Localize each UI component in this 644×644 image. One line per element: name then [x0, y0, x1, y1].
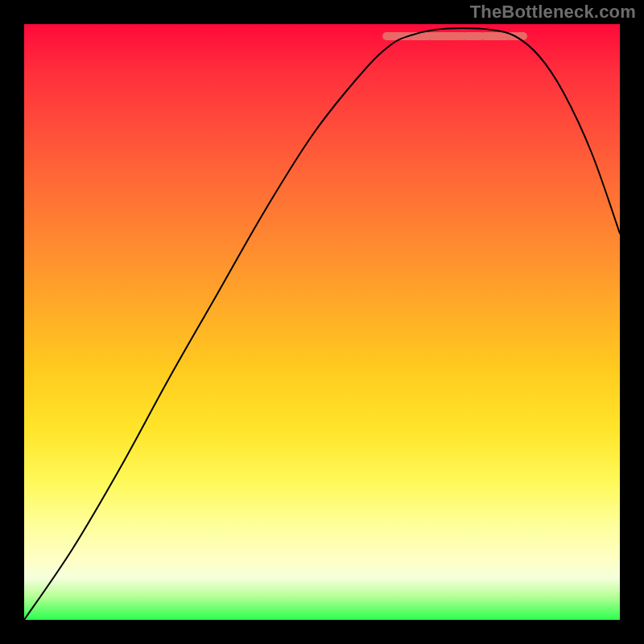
chart-curves-layer	[24, 24, 620, 620]
watermark-text: TheBottleneck.com	[470, 2, 636, 23]
main-curve-line	[24, 28, 620, 620]
chart-plot-area	[24, 24, 620, 620]
chart-svg	[24, 24, 620, 620]
chart-stage: TheBottleneck.com	[0, 0, 644, 644]
